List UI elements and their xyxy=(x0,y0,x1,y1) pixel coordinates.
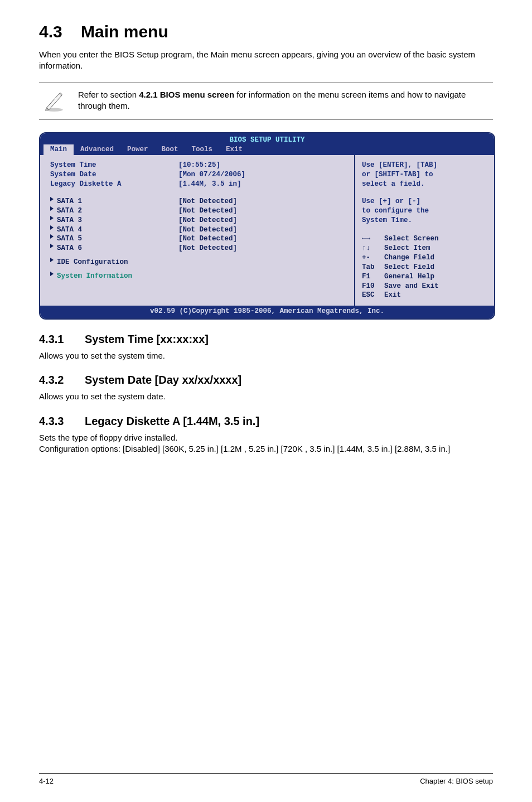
chevron-right-icon xyxy=(50,244,54,248)
bios-row-sata[interactable]: SATA 5[Not Detected] xyxy=(50,234,344,244)
bios-row-system-info[interactable]: System Information xyxy=(50,272,344,281)
bios-value: [1.44M, 3.5 in] xyxy=(178,180,241,189)
bios-row-sata[interactable]: SATA 4[Not Detected] xyxy=(50,225,344,235)
subsection-title: Legacy Diskette A [1.44M, 3.5 in.] xyxy=(85,415,259,427)
bios-tab-exit[interactable]: Exit xyxy=(219,144,249,155)
subsection-text: Allows you to set the system date. xyxy=(39,391,493,402)
subsection-number: 4.3.3 xyxy=(39,415,85,428)
bios-help-line: System Time. xyxy=(362,216,487,225)
bios-key-desc: Exit xyxy=(384,291,401,300)
bios-help-keys: ←→Select Screen ↑↓Select Item +-Change F… xyxy=(362,234,487,300)
pencil-icon xyxy=(42,89,66,113)
chevron-right-icon xyxy=(50,225,54,230)
bios-help-key-row: F10Save and Exit xyxy=(362,282,487,291)
bios-help-key-row: TabSelect Field xyxy=(362,263,487,272)
section-number: 4.3 xyxy=(39,22,62,41)
bios-help-line: to configure the xyxy=(362,206,487,216)
footer-chapter: Chapter 4: BIOS setup xyxy=(420,777,493,785)
bios-help-line: select a field. xyxy=(362,180,487,189)
bios-main-panel: System Time[10:55:25] System Date[Mon 07… xyxy=(40,155,354,306)
bios-key: Tab xyxy=(362,263,384,272)
bios-key: F1 xyxy=(362,272,384,282)
bios-tab-power[interactable]: Power xyxy=(120,144,155,155)
note-text-before: Refer to section xyxy=(78,90,139,99)
bios-key: ↑↓ xyxy=(362,244,384,253)
bios-label: System Time xyxy=(50,161,178,170)
bios-label: SATA 5 xyxy=(57,234,178,244)
bios-help-panel: Use [ENTER], [TAB] or [SHIFT-TAB] to sel… xyxy=(354,155,494,306)
section-heading: 4.3 Main menu xyxy=(39,22,493,41)
chevron-right-icon xyxy=(50,234,54,239)
bios-key-desc: Save and Exit xyxy=(384,282,439,291)
bios-key: ←→ xyxy=(362,234,384,244)
bios-help-line: Use [+] or [-] xyxy=(362,197,487,206)
subsection-heading: 4.3.1System Time [xx:xx:xx] xyxy=(39,333,493,346)
bios-key-desc: Select Screen xyxy=(384,234,439,244)
bios-help-key-row: ↑↓Select Item xyxy=(362,244,487,253)
subsection-text: Sets the type of floppy drive installed.… xyxy=(39,432,493,455)
chevron-right-icon xyxy=(50,197,54,201)
bios-label: SATA 4 xyxy=(57,225,178,235)
bios-key-desc: General Help xyxy=(384,272,434,282)
bios-copyright: v02.59 (C)Copyright 1985-2006, American … xyxy=(40,306,494,318)
bios-row-legacy-diskette[interactable]: Legacy Diskette A[1.44M, 3.5 in] xyxy=(50,180,344,189)
note-box: Refer to section 4.2.1 BIOS menu screen … xyxy=(39,82,493,120)
bios-row-system-time[interactable]: System Time[10:55:25] xyxy=(50,161,344,170)
bios-tabs: Main Advanced Power Boot Tools Exit xyxy=(43,144,491,155)
bios-help-line: or [SHIFT-TAB] to xyxy=(362,170,487,180)
bios-label: SATA 3 xyxy=(57,216,178,225)
bios-row-system-date[interactable]: System Date[Mon 07/24/2006] xyxy=(50,170,344,180)
bios-row-sata[interactable]: SATA 6[Not Detected] xyxy=(50,244,344,253)
subsection-text: Allows you to set the system time. xyxy=(39,350,493,361)
bios-tab-tools[interactable]: Tools xyxy=(185,144,220,155)
bios-help-line: Use [ENTER], [TAB] xyxy=(362,161,487,170)
intro-paragraph: When you enter the BIOS Setup program, t… xyxy=(39,49,493,72)
bios-value: [Not Detected] xyxy=(178,234,237,244)
chevron-right-icon xyxy=(50,272,54,276)
chevron-right-icon xyxy=(50,258,54,262)
section-title-text: Main menu xyxy=(81,22,168,41)
bios-key: F10 xyxy=(362,282,384,291)
bios-menubar: BIOS SETUP UTILITY Main Advanced Power B… xyxy=(40,133,494,156)
bios-tab-advanced[interactable]: Advanced xyxy=(74,144,120,155)
bios-help-key-row: F1General Help xyxy=(362,272,487,282)
bios-key: ESC xyxy=(362,291,384,300)
bios-help-key-row: ←→Select Screen xyxy=(362,234,487,244)
bios-key-desc: Select Item xyxy=(384,244,431,253)
bios-value: [Not Detected] xyxy=(178,216,237,225)
bios-value: [10:55:25] xyxy=(178,161,220,170)
footer-page-number: 4-12 xyxy=(39,777,54,785)
bios-tab-main[interactable]: Main xyxy=(43,144,74,155)
note-text-bold: 4.2.1 BIOS menu screen xyxy=(139,90,234,99)
subsection-title: System Time [xx:xx:xx] xyxy=(85,333,209,345)
chevron-right-icon xyxy=(50,216,54,220)
note-text: Refer to section 4.2.1 BIOS menu screen … xyxy=(78,89,490,112)
subsection-heading: 4.3.3Legacy Diskette A [1.44M, 3.5 in.] xyxy=(39,415,493,428)
page-footer: 4-12 Chapter 4: BIOS setup xyxy=(39,773,493,785)
bios-value: [Not Detected] xyxy=(178,197,237,206)
bios-key: +- xyxy=(362,253,384,263)
bios-label: SATA 6 xyxy=(57,244,178,253)
bios-help-key-row: ESCExit xyxy=(362,291,487,300)
bios-row-sata[interactable]: SATA 1[Not Detected] xyxy=(50,197,344,206)
subsection-heading: 4.3.2System Date [Day xx/xx/xxxx] xyxy=(39,374,493,386)
bios-screenshot: BIOS SETUP UTILITY Main Advanced Power B… xyxy=(39,132,495,320)
bios-row-ide-config[interactable]: IDE Configuration xyxy=(50,258,344,267)
bios-label: SATA 1 xyxy=(57,197,178,206)
bios-label: Legacy Diskette A xyxy=(50,180,178,189)
bios-row-sata[interactable]: SATA 2[Not Detected] xyxy=(50,206,344,216)
bios-help-top: Use [ENTER], [TAB] or [SHIFT-TAB] to sel… xyxy=(362,161,487,225)
bios-label: System Date xyxy=(50,170,178,180)
bios-bar-title: BIOS SETUP UTILITY xyxy=(43,133,491,145)
subsection-title: System Date [Day xx/xx/xxxx] xyxy=(85,374,241,386)
bios-label: SATA 2 xyxy=(57,206,178,216)
subsection-number: 4.3.1 xyxy=(39,333,85,346)
subsection-number: 4.3.2 xyxy=(39,374,85,386)
bios-row-sata[interactable]: SATA 3[Not Detected] xyxy=(50,216,344,225)
bios-tab-boot[interactable]: Boot xyxy=(155,144,185,155)
bios-label: IDE Configuration xyxy=(57,258,185,267)
bios-value: [Not Detected] xyxy=(178,244,237,253)
bios-key-desc: Select Field xyxy=(384,263,434,272)
chevron-right-icon xyxy=(50,206,54,211)
bios-value: [Not Detected] xyxy=(178,206,237,216)
